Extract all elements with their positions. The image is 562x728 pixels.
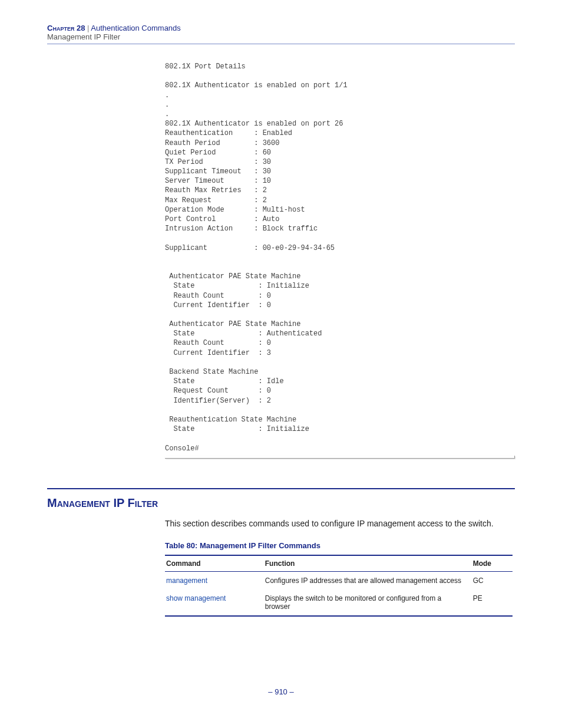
command-link[interactable]: management [166, 577, 207, 585]
section-heading: Management IP Filter [47, 496, 515, 510]
table-header-function: Function [264, 555, 472, 572]
table-row: show management Displays the switch to b… [165, 589, 513, 616]
mode-cell: PE [472, 589, 513, 616]
code-listing: 802.1X Port Details 802.1X Authenticator… [165, 62, 515, 453]
table-header-row: Command Function Mode [165, 555, 513, 572]
function-cell: Configures IP addresses that are allowed… [264, 571, 472, 589]
page-header: Chapter 28 | Authentication Commands Man… [47, 24, 515, 44]
section-rule [47, 488, 515, 489]
chapter-title: Authentication Commands [91, 24, 180, 32]
document-page: Chapter 28 | Authentication Commands Man… [0, 0, 562, 720]
function-cell: Displays the switch to be monitored or c… [264, 589, 472, 616]
page-number: – 910 – [47, 687, 515, 696]
table-header-mode: Mode [472, 555, 513, 572]
mode-cell: GC [472, 571, 513, 589]
table-row: management Configures IP addresses that … [165, 571, 513, 589]
chapter-subtitle: Management IP Filter [47, 32, 515, 41]
table-caption: Table 80: Management IP Filter Commands [165, 541, 515, 550]
section-body: This section describes commands used to … [165, 518, 515, 529]
chapter-line: Chapter 28 | Authentication Commands [47, 24, 515, 32]
commands-table: Command Function Mode management Configu… [165, 555, 513, 617]
command-link[interactable]: show management [166, 594, 226, 602]
code-listing-wrap: 802.1X Port Details 802.1X Authenticator… [165, 62, 515, 459]
chapter-separator: | [85, 24, 91, 32]
code-frame-bottom [165, 456, 515, 459]
table-header-command: Command [165, 555, 264, 572]
chapter-label: Chapter 28 [47, 24, 85, 32]
